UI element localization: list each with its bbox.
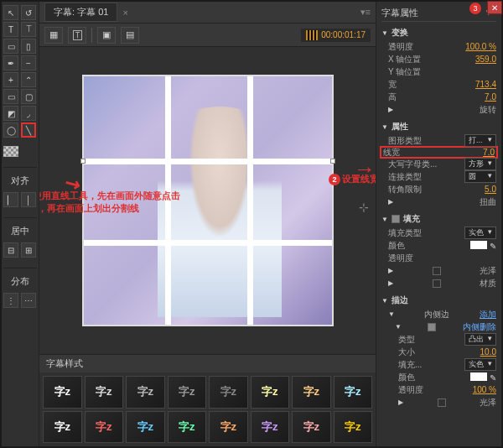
xpos-value[interactable]: 359.0: [475, 55, 496, 64]
add-stroke-link[interactable]: 添加: [480, 309, 496, 320]
attrs-group[interactable]: ▼属性: [381, 119, 496, 134]
timecode-text: 00:00:01:17: [321, 30, 366, 39]
rotation-label[interactable]: 旋转: [480, 104, 496, 116]
height-value[interactable]: 7.0: [485, 92, 496, 102]
align-left[interactable]: ▏: [3, 192, 18, 207]
add-anchor-tool[interactable]: +: [3, 72, 18, 87]
shape-type-label: 图形类型: [388, 135, 422, 147]
style-swatch[interactable]: 字z: [334, 376, 373, 409]
fill-type-combo[interactable]: 实色▾: [464, 227, 496, 239]
stroke-size-value[interactable]: 10.0: [480, 347, 496, 357]
stroke-sheen-label[interactable]: 光泽: [480, 397, 496, 409]
convert-anchor-tool[interactable]: ⌃: [21, 72, 36, 87]
line-width-label: 线宽: [383, 147, 400, 159]
ypos-label: Y 轴位置: [388, 66, 421, 78]
style-swatch[interactable]: 字z: [168, 376, 207, 409]
pen-tool[interactable]: ✒: [3, 55, 18, 70]
center-h[interactable]: ⊟: [3, 242, 18, 258]
texture-label[interactable]: 材质: [480, 278, 496, 289]
stroke-opacity-value[interactable]: 100 %: [473, 385, 496, 394]
join-combo[interactable]: 圆▾: [464, 170, 496, 183]
style-swatch[interactable]: 字z: [209, 411, 248, 444]
dist-h[interactable]: ⋮: [3, 293, 18, 308]
style-swatch[interactable]: 字z: [168, 411, 207, 444]
inner-delete-link[interactable]: 内侧删除: [463, 321, 496, 333]
caps-combo[interactable]: 方形▾: [464, 158, 496, 170]
distort-label[interactable]: 扭曲: [480, 196, 496, 208]
rect-tool[interactable]: ▭: [3, 89, 18, 104]
dist-v[interactable]: ⋯: [21, 293, 36, 308]
arc-tool[interactable]: ◞: [21, 106, 36, 121]
style-swatch[interactable]: 字z: [292, 376, 331, 409]
swatch-transparent[interactable]: [3, 146, 18, 157]
templates-icon[interactable]: ▦: [44, 27, 63, 44]
styles-grid: 字z 字z 字z 字z 字z 字z 字z 字z 字z 字z 字z 字z 字z 字…: [39, 372, 376, 446]
style-swatch[interactable]: 字z: [251, 376, 290, 409]
bold-icon[interactable]: ▣: [97, 27, 116, 44]
align-center-h[interactable]: │: [21, 192, 36, 207]
stroke-type-combo[interactable]: 凸出▾: [464, 333, 496, 346]
roll-icon[interactable]: 🅃: [68, 27, 86, 44]
center-toolbar: ▦ 🅃 ▣ ▤ 00:00:01:17: [39, 23, 376, 47]
style-swatch[interactable]: 字z: [126, 411, 165, 444]
xpos-label: X 轴位置: [388, 54, 421, 65]
rotate-tool[interactable]: ↺: [21, 5, 36, 20]
line-width-value[interactable]: 7.0: [483, 148, 495, 157]
stroke-fill-combo[interactable]: 实色▾: [464, 358, 496, 371]
distribute-tab[interactable]: 分布: [3, 273, 37, 289]
tab-close-icon[interactable]: ×: [122, 8, 127, 18]
title-canvas[interactable]: [82, 75, 334, 326]
caps-label: 大写字母类...: [388, 159, 437, 170]
rounded-rect-tool[interactable]: ▢: [21, 89, 36, 104]
window-close-button[interactable]: ✕: [487, 1, 502, 14]
stroke-group[interactable]: ▼描边: [381, 293, 496, 308]
style-swatch[interactable]: 字z: [43, 376, 82, 409]
sheen-label[interactable]: 光泽: [480, 265, 496, 277]
annotation-arrow-1: ↘: [60, 170, 85, 197]
move-tool[interactable]: ↖: [3, 5, 18, 20]
center-tab[interactable]: 居中: [3, 223, 37, 239]
style-swatch[interactable]: 字z: [334, 411, 373, 444]
fill-group[interactable]: ▼填充: [381, 211, 496, 227]
styles-panel: 字幕样式 字z 字z 字z 字z 字z 字z 字z 字z 字z 字z 字z 字z…: [39, 354, 376, 446]
opacity-value[interactable]: 100.0 %: [465, 42, 496, 51]
fill-type-label: 填充类型: [388, 227, 422, 239]
style-swatch[interactable]: 字z: [209, 376, 248, 409]
center-v[interactable]: ⊞: [21, 242, 36, 258]
stroke-opacity-label: 透明度: [398, 384, 423, 396]
title-tab[interactable]: 字幕: 字幕 01: [44, 3, 117, 22]
line-tool[interactable]: ╲: [21, 122, 36, 138]
panel-menu-icon[interactable]: ▾≡: [360, 7, 371, 18]
align-tab[interactable]: 对齐: [3, 173, 37, 189]
styles-header[interactable]: 字幕样式: [39, 355, 376, 372]
grid-overlay: [84, 76, 332, 325]
fill-color-chip[interactable]: [470, 241, 487, 249]
style-swatch[interactable]: 字z: [85, 411, 124, 444]
vertical-type-tool[interactable]: ⟙: [21, 22, 36, 37]
transform-group[interactable]: ▼变换: [381, 25, 496, 40]
area-type-tool[interactable]: ▭: [3, 39, 18, 54]
stroke-color-chip[interactable]: [470, 372, 487, 381]
delete-anchor-tool[interactable]: −: [21, 55, 36, 70]
shape-type-combo[interactable]: 打...▾: [464, 134, 496, 147]
fill-color-label: 颜色: [388, 240, 405, 252]
type-tool[interactable]: T: [3, 22, 18, 37]
style-swatch[interactable]: 字z: [85, 376, 124, 409]
crosshair-icon: ⊹: [359, 201, 369, 214]
style-swatch[interactable]: 字z: [292, 411, 331, 444]
width-value[interactable]: 713.4: [475, 80, 496, 89]
timecode-display[interactable]: 00:00:01:17: [301, 29, 371, 42]
canvas-area[interactable]: ↘ ↗ → 1使用直线工具，先在画面外随意点击 一下，再在画面上划出分割线: [39, 47, 376, 354]
inner-stroke-label: 内侧边: [424, 309, 449, 320]
show-video-icon[interactable]: ▤: [121, 27, 139, 44]
path-type-tool[interactable]: ▯: [21, 39, 36, 54]
selection-handle[interactable]: [330, 159, 335, 164]
style-swatch[interactable]: 字z: [126, 376, 165, 409]
ellipse-tool[interactable]: ◯: [3, 122, 18, 138]
style-swatch[interactable]: 字z: [43, 411, 82, 444]
miter-value[interactable]: 5.0: [485, 185, 496, 194]
style-swatch[interactable]: 字z: [251, 411, 290, 444]
wedge-tool[interactable]: ◩: [3, 106, 18, 121]
miter-label: 转角限制: [388, 184, 422, 195]
selection-handle[interactable]: [80, 159, 86, 164]
